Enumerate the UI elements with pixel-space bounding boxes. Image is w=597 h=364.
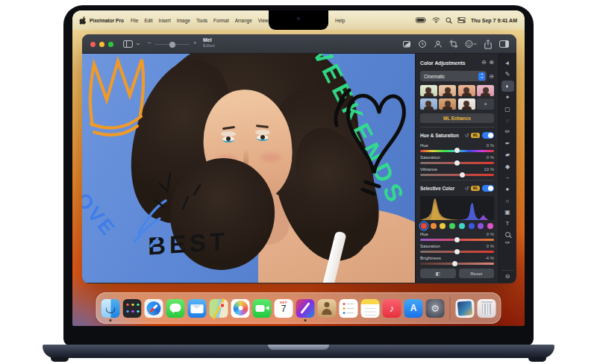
dock-item-reminders[interactable]: [340, 299, 358, 318]
preset-thumb[interactable]: [420, 85, 437, 96]
dock-item-trash[interactable]: [478, 299, 496, 318]
swatch-magenta[interactable]: [487, 223, 493, 229]
dock-item-calendar[interactable]: SEP 7: [275, 299, 293, 318]
clock-icon[interactable]: [418, 40, 427, 48]
swatch-orange[interactable]: [431, 223, 437, 229]
menu-bar-clock[interactable]: Thu Sep 7 9:41 AM: [471, 18, 517, 23]
menu-file[interactable]: File: [128, 18, 141, 23]
gradient-tool[interactable]: ▰: [501, 149, 514, 160]
search-icon[interactable]: [446, 17, 452, 24]
dock-item-facetime[interactable]: [253, 299, 272, 318]
dock-item-maps[interactable]: [210, 299, 228, 318]
menu-format[interactable]: Format: [210, 18, 232, 23]
dock-item-launchpad[interactable]: [123, 299, 142, 318]
dock-item-notes[interactable]: [361, 299, 380, 318]
slider-thumb[interactable]: [454, 148, 460, 153]
preset-stepper-icon[interactable]: ▴▾: [478, 72, 485, 81]
swatch-yellow[interactable]: [440, 223, 446, 229]
vector-pen-tool[interactable]: ✑: [501, 237, 514, 248]
hue-saturation-toggle[interactable]: [482, 132, 494, 139]
preset-thumb[interactable]: [439, 98, 456, 110]
type-tool[interactable]: T: [501, 218, 514, 229]
preset-thumb[interactable]: [439, 85, 456, 96]
menu-app-name[interactable]: Pixelmator Pro: [86, 18, 128, 23]
erase-tool[interactable]: ◆: [501, 161, 514, 172]
swatch-red[interactable]: [421, 223, 427, 229]
menu-tools[interactable]: Tools: [193, 18, 210, 23]
preset-thumb[interactable]: [477, 85, 494, 96]
zoom-slider[interactable]: [155, 44, 190, 46]
sidebar-icon[interactable]: [499, 40, 509, 48]
remove-tool-button[interactable]: ⊖: [501, 270, 514, 283]
maximize-button[interactable]: [108, 42, 113, 47]
minimize-button[interactable]: [99, 42, 104, 47]
dock-item-messages[interactable]: [166, 299, 185, 318]
color-fill-icon[interactable]: [402, 40, 411, 48]
chevron-down-icon[interactable]: [136, 42, 140, 46]
slider-thumb[interactable]: [454, 160, 460, 166]
preset-thumb[interactable]: [458, 85, 475, 96]
hue-slider[interactable]: Hue0 %: [420, 143, 494, 152]
slider-thumb[interactable]: [452, 261, 457, 266]
selective-saturation-slider[interactable]: Saturation0 %: [420, 244, 494, 253]
dock-item-contacts[interactable]: [318, 299, 337, 318]
ml-badge[interactable]: ML: [471, 133, 480, 138]
dock-item-document[interactable]: [456, 299, 475, 318]
zoom-tool[interactable]: [505, 232, 510, 237]
crop-tool[interactable]: ▢: [501, 104, 514, 115]
image-canvas[interactable]: WEEKENDS LOVE BEST: [82, 54, 415, 283]
remove-preset-button[interactable]: ⊖: [490, 73, 494, 80]
menu-help[interactable]: Help: [335, 10, 345, 30]
dock-item-system-settings[interactable]: ⚙: [426, 299, 445, 318]
paint-tool[interactable]: ✏: [501, 126, 514, 137]
dock-item-pixelmator-pro[interactable]: [296, 299, 315, 318]
dock-item-app-store[interactable]: A: [404, 299, 423, 318]
dock-item-music[interactable]: ♪: [383, 299, 401, 318]
vibrance-slider[interactable]: Vibrance10 %: [420, 167, 494, 176]
remove-adjustment-button[interactable]: ⊖: [481, 60, 486, 66]
swatch-purple[interactable]: [478, 223, 484, 229]
selective-brightness-slider[interactable]: Brightness-4 %: [420, 256, 494, 265]
blur-tool[interactable]: ○: [501, 195, 514, 207]
control-center-icon[interactable]: [457, 17, 466, 23]
style-tool[interactable]: ✎: [501, 69, 514, 80]
smudge-tool[interactable]: ~: [501, 172, 514, 183]
shape-tool[interactable]: ●: [501, 183, 514, 195]
menu-edit[interactable]: Edit: [141, 18, 155, 23]
selective-hue-slider[interactable]: Hue0 %: [420, 232, 494, 241]
color-adjustments-tool[interactable]: ◐: [501, 81, 514, 92]
swatch-green[interactable]: [449, 223, 455, 229]
zoom-out-button[interactable]: −: [148, 40, 151, 46]
sticker-icon[interactable]: [465, 40, 477, 48]
dock-item-photos[interactable]: [231, 299, 250, 318]
selective-color-toggle[interactable]: [482, 185, 494, 192]
ml-badge[interactable]: ML: [471, 186, 480, 191]
crop-icon[interactable]: [449, 40, 458, 48]
menu-arrange[interactable]: Arrange: [232, 18, 255, 23]
battery-icon[interactable]: [416, 17, 427, 23]
effects-tool[interactable]: ✦: [501, 92, 514, 103]
clone-tool[interactable]: ▣: [501, 207, 514, 218]
slider-thumb[interactable]: [460, 172, 465, 178]
selection-tool[interactable]: ◌: [501, 115, 514, 126]
share-icon[interactable]: [484, 40, 493, 49]
compare-button[interactable]: ◧: [420, 269, 456, 278]
wifi-icon[interactable]: [432, 17, 440, 23]
sidebar-toggle-icon[interactable]: [123, 40, 133, 48]
slider-thumb[interactable]: [454, 237, 460, 242]
dock-item-safari[interactable]: [145, 299, 163, 318]
window-titlebar[interactable]: − + Mel Edited: [82, 34, 516, 54]
portrait-icon[interactable]: [434, 40, 443, 48]
menu-insert[interactable]: Insert: [156, 18, 174, 23]
zoom-in-button[interactable]: +: [193, 40, 197, 46]
pen-tool[interactable]: ✒: [501, 138, 514, 149]
swatch-cyan[interactable]: [459, 223, 465, 229]
slider-thumb[interactable]: [454, 249, 460, 254]
dock-item-finder[interactable]: [101, 299, 120, 318]
swatch-blue[interactable]: [469, 223, 475, 229]
dock-item-mail[interactable]: [188, 299, 207, 318]
ml-enhance-button[interactable]: ML Enhance: [420, 113, 494, 123]
close-button[interactable]: [90, 42, 96, 47]
preset-thumb[interactable]: [420, 98, 437, 110]
reset-icon[interactable]: ↺: [464, 186, 469, 192]
